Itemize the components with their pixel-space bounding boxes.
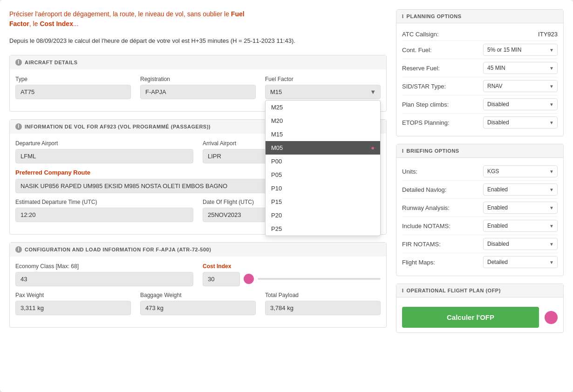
alert-message: Préciser l'aéroport de dégagement, la ro… xyxy=(9,9,387,29)
fir-label: FIR NOTAMS: xyxy=(402,241,463,248)
info-icon: i xyxy=(15,59,22,66)
info-message: Depuis le 08/09/2023 le calcul del l'heu… xyxy=(9,36,387,46)
navlog-select[interactable]: EnabledDisabled xyxy=(483,183,558,196)
sid-star-label: SID/STAR Type: xyxy=(402,83,463,90)
planning-icon: i xyxy=(402,14,404,19)
briefing-options-body: Units: KGSLBS ▼ Detailed Navlog: Enabled… xyxy=(396,158,563,276)
cost-index-wrapper xyxy=(203,272,381,286)
dropdown-item-p15[interactable]: P15 xyxy=(266,195,380,209)
etops-select-wrapper: DisabledEnabled ▼ xyxy=(483,116,558,128)
config-header: i CONFIGURATION AND LOAD INFORMATION FOR… xyxy=(10,243,386,257)
cost-index-slider-track[interactable] xyxy=(258,278,381,280)
calc-ofp-button[interactable]: Calculer l'OFP xyxy=(402,307,539,328)
baggage-weight-input[interactable] xyxy=(140,301,256,315)
economy-group: Economy Class [Max: 68] xyxy=(15,263,193,286)
config-card: i CONFIGURATION AND LOAD INFORMATION FOR… xyxy=(9,242,387,328)
plan-step-label: Plan Step climbs: xyxy=(402,101,463,108)
type-input[interactable] xyxy=(15,85,131,99)
etops-select[interactable]: DisabledEnabled xyxy=(483,116,558,128)
atc-label: ATC Callsign: xyxy=(402,31,463,38)
notams-select-wrapper: EnabledDisabled ▼ xyxy=(483,220,558,232)
planning-options-body: ATC Callsign: ITY923 Cont. Fuel: 5% or 1… xyxy=(396,23,563,136)
dropdown-item-m20[interactable]: M20 xyxy=(266,114,380,128)
sid-star-select-wrapper: RNAVCONVENTIONAL ▼ xyxy=(483,80,558,92)
weight-row: Pax Weight Baggage Weight Total Payload xyxy=(15,292,381,315)
dropdown-item-m15[interactable]: M15 xyxy=(266,128,380,141)
briefing-options-card: i BRIEFING OPTIONS Units: KGSLBS ▼ Detai… xyxy=(396,144,564,276)
total-payload-input[interactable] xyxy=(265,301,381,315)
departure-time-input[interactable] xyxy=(15,208,193,222)
dropdown-item-m05-selected[interactable]: M05 ● xyxy=(266,141,380,155)
calc-row: Calculer l'OFP xyxy=(402,307,558,328)
pax-weight-label: Pax Weight xyxy=(15,292,131,298)
dropdown-item-p05[interactable]: P05 xyxy=(266,168,380,182)
pax-weight-group: Pax Weight xyxy=(15,292,131,315)
fir-row: FIR NOTAMS: DisabledEnabled ▼ xyxy=(402,235,558,253)
units-select[interactable]: KGSLBS xyxy=(483,165,558,177)
units-label: Units: xyxy=(402,168,463,175)
dropdown-item-m25[interactable]: M25 xyxy=(266,101,380,114)
navlog-row: Detailed Navlog: EnabledDisabled ▼ xyxy=(402,181,558,199)
maps-label: Flight Maps: xyxy=(402,259,463,266)
atc-value: ITY923 xyxy=(538,31,558,38)
cont-fuel-label: Cont. Fuel: xyxy=(402,47,463,54)
dropdown-item-p20[interactable]: P20 xyxy=(266,209,380,222)
planning-options-card: i PLANNING OPTIONS ATC Callsign: ITY923 … xyxy=(396,9,564,136)
notams-select[interactable]: EnabledDisabled xyxy=(483,220,558,232)
departure-time-label: Estimated Departure Time (UTC) xyxy=(15,199,193,205)
maps-select-wrapper: DetailedSimpleNone ▼ xyxy=(483,256,558,268)
registration-group: Registration xyxy=(140,76,256,99)
cost-index-input[interactable] xyxy=(203,272,240,286)
economy-label: Economy Class [Max: 68] xyxy=(15,263,193,270)
cont-fuel-select[interactable]: 5% or 15 MIN10% or 20 MIN xyxy=(483,44,558,56)
reserve-fuel-select-wrapper: 45 MIN30 MIN60 MIN ▼ xyxy=(483,62,558,74)
maps-row: Flight Maps: DetailedSimpleNone ▼ xyxy=(402,253,558,271)
pax-weight-input[interactable] xyxy=(15,301,131,315)
units-row: Units: KGSLBS ▼ xyxy=(402,162,558,181)
total-payload-label: Total Payload xyxy=(265,292,381,298)
cost-index-label: Cost Index xyxy=(203,263,381,270)
runway-label: Runway Analysis: xyxy=(402,204,463,211)
notams-label: Include NOTAMS: xyxy=(402,223,463,230)
ofp-body: Calculer l'OFP xyxy=(396,297,563,332)
fir-select[interactable]: DisabledEnabled xyxy=(483,238,558,250)
ofp-header: i OPERATIONAL FLIGHT PLAN (OFP) xyxy=(396,284,563,297)
etops-label: ETOPS Planning: xyxy=(402,119,463,126)
departure-label: Departure Airport xyxy=(15,140,193,147)
type-label: Type xyxy=(15,76,131,82)
departure-input[interactable] xyxy=(15,149,193,163)
flight-number: AF923 xyxy=(100,124,116,129)
baggage-weight-group: Baggage Weight xyxy=(140,292,256,315)
reserve-fuel-select[interactable]: 45 MIN30 MIN60 MIN xyxy=(483,62,558,74)
class-cost-row: Economy Class [Max: 68] Cost Index xyxy=(15,263,381,286)
fuel-factor-dropdown-popup: M25 M20 M15 M05 ● P00 P05 P10 P15 P20 P2… xyxy=(265,100,381,236)
plan-step-select[interactable]: DisabledEnabled xyxy=(483,98,558,110)
cost-index-slider-dot[interactable] xyxy=(244,274,254,284)
total-payload-group: Total Payload xyxy=(265,292,381,315)
planning-options-header: i PLANNING OPTIONS xyxy=(396,10,563,23)
maps-select[interactable]: DetailedSimpleNone xyxy=(483,256,558,268)
sid-star-select[interactable]: RNAVCONVENTIONAL xyxy=(483,80,558,92)
departure-time-group: Estimated Departure Time (UTC) xyxy=(15,199,193,222)
economy-input[interactable] xyxy=(15,272,193,286)
cont-fuel-select-wrapper: 5% or 15 MIN10% or 20 MIN ▼ xyxy=(483,44,558,56)
fuel-factor-label: Fuel Factor xyxy=(265,76,381,82)
dropdown-item-p10[interactable]: P10 xyxy=(266,182,380,195)
fuel-factor-select[interactable]: M15 xyxy=(265,85,381,99)
dropdown-item-p00[interactable]: P00 xyxy=(266,155,380,168)
cont-fuel-row: Cont. Fuel: 5% or 15 MIN10% or 20 MIN ▼ xyxy=(402,41,558,59)
ofp-status-dot xyxy=(545,311,558,324)
reserve-fuel-row: Reserve Fuel: 45 MIN30 MIN60 MIN ▼ xyxy=(402,59,558,77)
dropdown-item-p25[interactable]: P25 xyxy=(266,222,380,236)
config-icon: i xyxy=(15,246,22,253)
etops-row: ETOPS Planning: DisabledEnabled ▼ xyxy=(402,114,558,131)
registration-input[interactable] xyxy=(140,85,256,99)
registration-label: Registration xyxy=(140,76,256,82)
config-aircraft: F-APJA (ATR-72-500) xyxy=(156,247,211,252)
cost-index-group: Cost Index xyxy=(203,263,381,286)
ofp-card: i OPERATIONAL FLIGHT PLAN (OFP) Calculer… xyxy=(396,284,564,333)
ofp-icon: i xyxy=(402,288,404,293)
runway-select[interactable]: EnabledDisabled xyxy=(483,202,558,214)
baggage-weight-label: Baggage Weight xyxy=(140,292,256,298)
flight-info-icon: i xyxy=(15,123,22,130)
